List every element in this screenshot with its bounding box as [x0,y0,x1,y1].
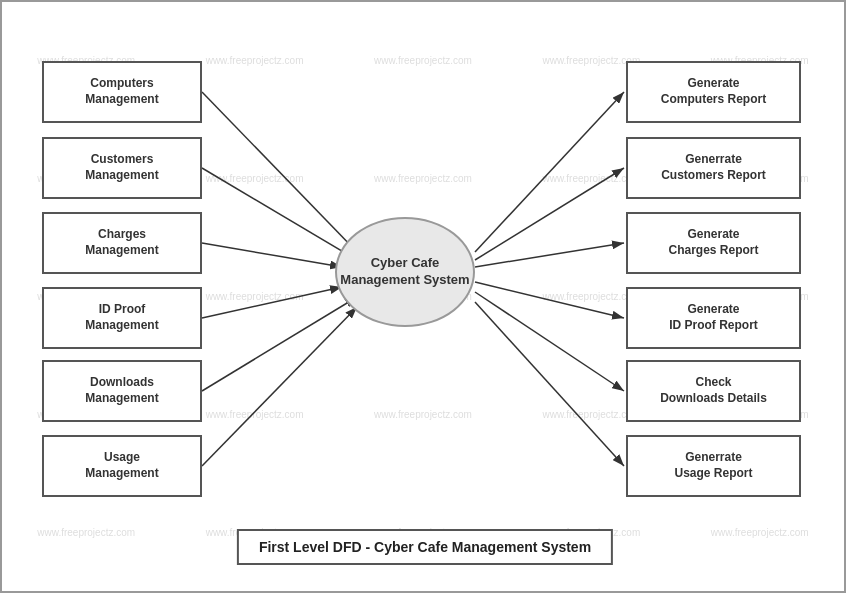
customers-mgmt-box: CustomersManagement [42,137,202,199]
svg-line-13 [475,302,624,466]
gen-customers-report-box: GenerrateCustomers Report [626,137,801,199]
center-circle: Cyber Cafe Management System [335,217,475,327]
gen-idproof-report-box: GenerateID Proof Report [626,287,801,349]
gen-computers-report-box: GenerateComputers Report [626,61,801,123]
charges-mgmt-label: ChargesManagement [85,227,158,258]
gen-charges-report-label: GenerateCharges Report [668,227,758,258]
idproof-mgmt-label: ID ProofManagement [85,302,158,333]
downloads-mgmt-label: DownloadsManagement [85,375,158,406]
svg-line-3 [202,168,357,260]
computers-mgmt-label: ComputersManagement [85,76,158,107]
svg-line-12 [475,292,624,391]
check-downloads-label: CheckDownloads Details [660,375,767,406]
computers-mgmt-box: ComputersManagement [42,61,202,123]
svg-line-11 [475,282,624,318]
caption-label: First Level DFD - Cyber Cafe Management … [259,539,591,555]
svg-line-4 [202,243,342,267]
svg-line-9 [475,168,624,260]
svg-line-10 [475,243,624,267]
diagram: Cyber Cafe Management System ComputersMa… [2,2,846,593]
main-container: www.freeprojectz.com www.freeprojectz.co… [0,0,846,593]
usage-mgmt-label: UsageManagement [85,450,158,481]
usage-mgmt-box: UsageManagement [42,435,202,497]
charges-mgmt-box: ChargesManagement [42,212,202,274]
svg-line-6 [202,297,357,391]
center-circle-label: Cyber Cafe Management System [337,255,473,289]
gen-computers-report-label: GenerateComputers Report [661,76,766,107]
customers-mgmt-label: CustomersManagement [85,152,158,183]
gen-charges-report-box: GenerateCharges Report [626,212,801,274]
svg-line-8 [475,92,624,252]
caption-box: First Level DFD - Cyber Cafe Management … [237,529,613,565]
idproof-mgmt-box: ID ProofManagement [42,287,202,349]
svg-line-2 [202,92,357,252]
downloads-mgmt-box: DownloadsManagement [42,360,202,422]
gen-idproof-report-label: GenerateID Proof Report [669,302,758,333]
gen-customers-report-label: GenerrateCustomers Report [661,152,766,183]
svg-line-7 [202,307,357,466]
gen-usage-report-label: GenerrateUsage Report [674,450,752,481]
svg-line-5 [202,287,342,318]
gen-usage-report-box: GenerrateUsage Report [626,435,801,497]
check-downloads-box: CheckDownloads Details [626,360,801,422]
